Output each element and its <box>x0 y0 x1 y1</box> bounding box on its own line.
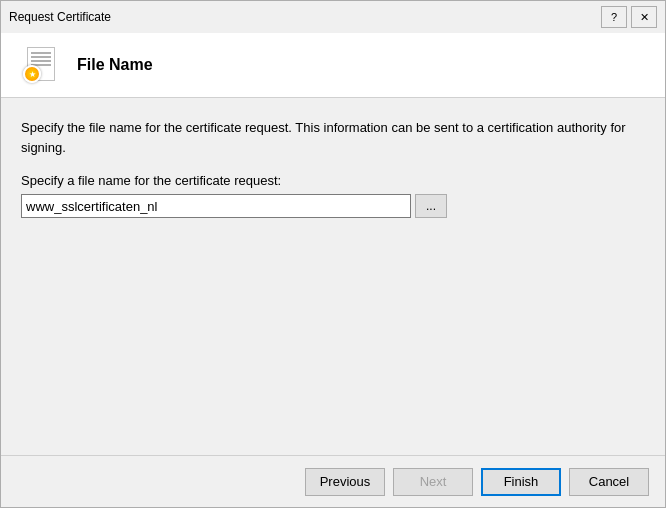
header-icon-container: ★ <box>21 45 61 85</box>
finish-button[interactable]: Finish <box>481 468 561 496</box>
cancel-button[interactable]: Cancel <box>569 468 649 496</box>
dialog-content: ★ File Name Specify the file name for th… <box>1 33 665 507</box>
cert-badge: ★ <box>23 65 41 83</box>
certificate-icon: ★ <box>23 47 59 83</box>
browse-button[interactable]: ... <box>415 194 447 218</box>
next-button[interactable]: Next <box>393 468 473 496</box>
close-button[interactable]: ✕ <box>631 6 657 28</box>
header-section: ★ File Name <box>1 33 665 98</box>
input-row: ... <box>21 194 645 218</box>
title-bar: Request Certificate ? ✕ <box>1 1 665 33</box>
page-title: File Name <box>77 56 153 74</box>
title-bar-controls: ? ✕ <box>601 6 657 28</box>
description-text: Specify the file name for the certificat… <box>21 118 645 157</box>
help-button[interactable]: ? <box>601 6 627 28</box>
dialog-title: Request Certificate <box>9 10 111 24</box>
cert-line-2 <box>31 56 51 58</box>
dialog-window: Request Certificate ? ✕ ★ <box>0 0 666 508</box>
cert-line-1 <box>31 52 51 54</box>
cert-star: ★ <box>29 70 36 79</box>
main-content: Specify the file name for the certificat… <box>1 98 665 455</box>
previous-button[interactable]: Previous <box>305 468 385 496</box>
filename-input[interactable] <box>21 194 411 218</box>
field-label: Specify a file name for the certificate … <box>21 173 645 188</box>
footer: Previous Next Finish Cancel <box>1 455 665 507</box>
cert-line-3 <box>31 60 51 62</box>
